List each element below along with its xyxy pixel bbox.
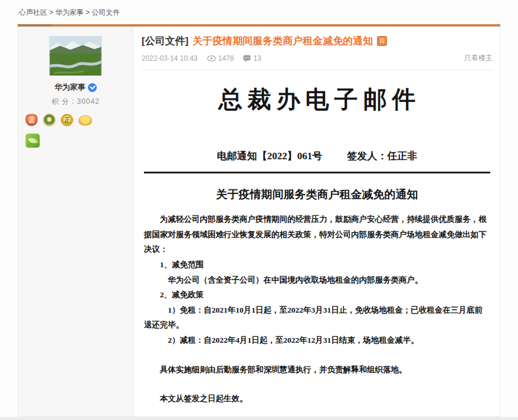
view-count: 1478: [207, 54, 234, 63]
doc-body: 为减轻公司内部服务类商户疫情期间的经营压力，鼓励商户安心经营，持续提供优质服务，…: [144, 212, 490, 406]
avatar[interactable]: [49, 36, 102, 76]
category-tag: [公司文件]: [142, 34, 188, 48]
doc-paragraph: 1）免租：自2021年10月1日起，至2022年3月31日止，免收场地租金；已收…: [144, 303, 490, 333]
author-username[interactable]: 华为家事: [55, 82, 86, 93]
doc-paragraph: 1、减免范围: [144, 257, 490, 273]
eye-icon: [207, 55, 216, 61]
notice-number: 电邮通知【2022】061号: [217, 150, 323, 162]
document-masthead: 总裁办电子邮件: [144, 83, 490, 116]
doc-paragraph: 2）减租：自2022年4月1日起，至2022年12月31日结束，场地租金减半。: [144, 333, 490, 348]
document-rule: [144, 172, 490, 173]
doc-paragraph: 具体实施细则由后勤服务部和深圳慧通执行，并负责解释和组织落地。: [144, 362, 490, 378]
user-points: 积 分 : 30042: [18, 97, 133, 107]
post-main: [公司文件] 关于疫情期间服务类商户租金减免的通知 荐 2022-03-14 1…: [133, 27, 500, 416]
signer: 签发人：任正非: [347, 150, 417, 162]
gold-medal-badge-icon: 正: [61, 114, 73, 126]
post-card: 华为家事 积 分 : 30042 正正 [公司文件] 关于疫情期间服务类商户租金…: [18, 27, 500, 417]
post-date: 2022-03-14 10:43: [142, 54, 198, 63]
post-title: 关于疫情期间服务类商户租金减免的通知: [192, 34, 373, 48]
doc-paragraph: 华为公司（含全资子公司）在中国境内收取场地租金的内部服务类商户。: [144, 273, 490, 288]
official-document: 总裁办电子邮件 电邮通知【2022】061号签发人：任正非 关于疫情期间服务类商…: [142, 83, 493, 420]
verified-check-icon: [88, 83, 97, 92]
doc-paragraph: 本文从签发之日起生效。: [144, 391, 490, 406]
comment-count: 13: [243, 54, 261, 63]
olive-medal-badge-icon: [43, 114, 55, 126]
badge-row-2: [18, 133, 133, 148]
leaf-icon: [28, 136, 38, 145]
badge-row-1: 正正: [18, 114, 133, 126]
doc-paragraph: 2、减免政策: [144, 287, 490, 303]
view-author-only-link[interactable]: 只看楼主: [464, 53, 493, 63]
author-sidebar: 华为家事 积 分 : 30042 正正: [18, 27, 133, 416]
red-shield-badge-icon: 正: [25, 114, 38, 126]
breadcrumb[interactable]: 心声社区 > 华为家事 > 公司文件: [0, 0, 518, 24]
recommend-badge-icon: 荐: [377, 36, 387, 46]
doc-paragraph: 为减轻公司内部服务类商户疫情期间的经营压力，鼓励商户安心经营，持续提供优质服务，…: [144, 212, 490, 257]
dotted-separator: [142, 70, 493, 70]
gold-hat-badge-icon: [78, 115, 92, 126]
document-title: 关于疫情期间服务类商户租金减免的通知: [144, 187, 490, 202]
green-leaf-badge-icon: [25, 133, 40, 148]
comment-icon: [243, 55, 251, 62]
